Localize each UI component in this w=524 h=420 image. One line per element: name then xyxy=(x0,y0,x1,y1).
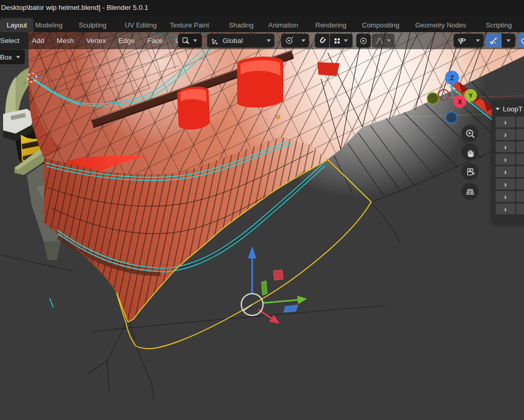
expand-button[interactable]: › xyxy=(496,191,515,202)
gizmo-icon xyxy=(489,36,498,45)
panel-row: › xyxy=(496,141,524,153)
viewport-header: Select Add Mesh Vertex Edge Face UV Glob… xyxy=(0,32,524,49)
blender-window: { "window": { "title": "Desktop\\balor w… xyxy=(0,0,524,420)
operator-button[interactable] xyxy=(516,179,524,190)
viewport-canvas[interactable]: Y X Z xyxy=(0,32,524,420)
window-title-bar: Desktop\balor wip helmet.blend] - Blende… xyxy=(0,0,524,16)
tab-scripting[interactable]: Scripting xyxy=(479,18,519,32)
gizmo-dropdown[interactable] xyxy=(502,34,515,48)
show-overlays-toggle[interactable] xyxy=(517,34,524,48)
panel-row: › xyxy=(496,166,524,178)
panel-row: › xyxy=(496,129,524,140)
operator-button[interactable] xyxy=(516,191,524,202)
select-mode-dropdown[interactable]: Box xyxy=(0,50,25,64)
expand-button[interactable]: › xyxy=(496,141,515,153)
collapse-chevron-icon xyxy=(496,108,500,110)
gizmo-plane-xz[interactable] xyxy=(273,270,283,280)
tab-animation[interactable]: Animation xyxy=(261,18,305,32)
expand-button[interactable]: › xyxy=(496,154,515,165)
expand-button[interactable]: › xyxy=(496,117,515,128)
nav-axis-x[interactable]: X xyxy=(454,95,467,108)
orientation-label: Global xyxy=(223,37,243,45)
tab-compositing[interactable]: Compositing xyxy=(355,18,406,32)
zoom-button[interactable] xyxy=(461,125,478,142)
panel-header[interactable]: LoopT xyxy=(496,103,524,115)
tab-sculpting[interactable]: Sculpting xyxy=(72,18,113,32)
object-origin-dot xyxy=(276,115,280,119)
gizmo-plane-yz[interactable] xyxy=(261,281,267,295)
overlays-icon xyxy=(521,37,524,45)
falloff-curve-icon xyxy=(375,37,384,45)
svg-text:Z: Z xyxy=(450,74,454,82)
tab-shading[interactable]: Shading xyxy=(222,18,260,32)
active-tool-icon xyxy=(182,37,190,45)
menu-mesh[interactable]: Mesh xyxy=(57,37,74,45)
tab-geometry-nodes[interactable]: Geometry Nodes xyxy=(409,18,473,32)
show-gizmo-toggle[interactable] xyxy=(486,34,501,48)
3d-viewport[interactable]: Y X Z Select Add Mesh Vertex Edge Face U… xyxy=(0,32,524,420)
pivot-point-dropdown[interactable] xyxy=(281,34,309,48)
panel-row: › xyxy=(496,179,524,190)
expand-button[interactable]: › xyxy=(496,204,515,215)
snap-target-icon xyxy=(333,37,341,45)
camera-view-button[interactable] xyxy=(461,163,478,180)
expand-button[interactable]: › xyxy=(496,179,515,190)
svg-text:X: X xyxy=(458,98,462,106)
operator-button[interactable] xyxy=(516,166,524,178)
panel-row: › xyxy=(496,117,524,128)
panel-row: › xyxy=(496,154,524,165)
proportional-edit-toggle[interactable] xyxy=(356,34,371,48)
tab-uv-editing[interactable]: UV Editing xyxy=(118,18,163,32)
active-tool-button[interactable] xyxy=(178,34,202,48)
proportional-edit-icon xyxy=(359,37,368,45)
expand-button[interactable]: › xyxy=(496,166,515,178)
operator-button[interactable] xyxy=(516,154,524,165)
hand-icon xyxy=(464,147,476,158)
side-panel-looptools: LoopT › › › › › › › › xyxy=(492,99,524,224)
nav-axis-neg-y[interactable] xyxy=(427,93,439,104)
tab-modeling[interactable]: Modeling xyxy=(28,18,69,32)
operator-button[interactable] xyxy=(516,141,524,153)
snap-target-dropdown[interactable] xyxy=(330,34,353,48)
menu-edge[interactable]: Edge xyxy=(119,37,135,45)
select-mode-label: Box xyxy=(0,53,12,61)
visibility-dropdown[interactable] xyxy=(454,34,484,48)
panel-row: › xyxy=(496,191,524,202)
nav-axis-neg-z[interactable] xyxy=(446,112,457,123)
perspective-toggle-button[interactable] xyxy=(461,183,478,200)
operator-button[interactable] xyxy=(516,204,524,215)
window-title: Desktop\balor wip helmet.blend] - Blende… xyxy=(1,4,148,11)
snap-toggle-button[interactable] xyxy=(315,34,329,48)
falloff-curve-dropdown[interactable] xyxy=(372,34,395,48)
pivot-icon xyxy=(285,36,294,45)
viewport-menus: Select Add Mesh Vertex Edge Face UV xyxy=(0,32,185,49)
menu-vertex[interactable]: Vertex xyxy=(86,37,106,45)
grid-icon xyxy=(464,186,476,197)
menu-face[interactable]: Face xyxy=(147,37,163,45)
nav-axis-z[interactable]: Z xyxy=(445,71,459,85)
nav-axis-y[interactable]: Y xyxy=(464,89,477,102)
operator-button[interactable] xyxy=(516,117,524,128)
visibility-eye-icon xyxy=(457,36,467,45)
panel-row: › xyxy=(496,204,524,215)
tab-texture-paint[interactable]: Texture Paint xyxy=(163,18,216,32)
workspace-tab-bar: Layout Modeling Sculpting UV Editing Tex… xyxy=(0,16,524,32)
magnet-icon xyxy=(318,37,326,45)
camera-icon xyxy=(464,166,476,178)
transform-orientation-dropdown[interactable]: Global xyxy=(207,34,274,48)
expand-button[interactable]: › xyxy=(496,129,515,140)
orientation-icon xyxy=(211,36,220,45)
menu-add[interactable]: Add xyxy=(32,37,45,45)
panel-title: LoopT xyxy=(503,105,522,113)
menu-select[interactable]: Select xyxy=(0,37,20,45)
svg-text:Y: Y xyxy=(469,92,473,99)
tab-rendering[interactable]: Rendering xyxy=(309,18,353,32)
pan-button[interactable] xyxy=(461,143,478,161)
operator-button[interactable] xyxy=(516,129,524,140)
zoom-icon xyxy=(464,128,476,139)
